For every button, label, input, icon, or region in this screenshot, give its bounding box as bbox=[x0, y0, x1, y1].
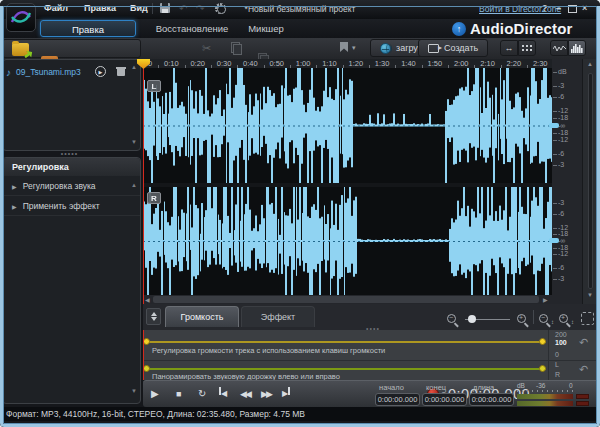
tab-effect[interactable]: Эффект bbox=[241, 306, 315, 327]
zoom-in-icon[interactable]: + bbox=[517, 314, 526, 323]
ruler-tick: 2:30 bbox=[533, 59, 548, 68]
db-scale-label: -3 bbox=[558, 82, 564, 89]
field-length[interactable]: 0:00:00.000 bbox=[469, 393, 514, 406]
fit-view-icon[interactable] bbox=[581, 312, 594, 325]
meter-ticks bbox=[517, 390, 573, 392]
save-icon[interactable] bbox=[160, 3, 170, 13]
volume-envelope-line[interactable] bbox=[146, 341, 546, 343]
vertical-zoom-in-icon[interactable]: +↕ bbox=[559, 314, 568, 323]
ruler-tick: 0:30 bbox=[217, 59, 232, 68]
toggle-waveform-view[interactable] bbox=[550, 40, 568, 56]
waveform-canvas[interactable] bbox=[143, 68, 552, 295]
zoom-slider-thumb[interactable] bbox=[468, 315, 476, 323]
scroll-up-icon[interactable]: ▲ bbox=[587, 61, 593, 67]
media-library-panel: ♪ 09_Tsunami.mp3 ▶ ▲ ▼ bbox=[2, 59, 141, 151]
vertical-scroll-track[interactable] bbox=[588, 73, 593, 289]
signin-directorzone-link[interactable]: Войти в DirectorZone bbox=[479, 4, 561, 14]
rewind-button[interactable]: ◀◀ bbox=[240, 387, 250, 401]
file-name: 09_Tsunami.mp3 bbox=[16, 67, 81, 77]
vertical-zoom-out-icon[interactable]: −↕ bbox=[539, 314, 548, 323]
volume-envelope-lane[interactable]: Регулировка громкости трека с использова… bbox=[143, 330, 600, 361]
ruler-tick: 2:20 bbox=[507, 59, 522, 68]
db-scale-label: dB bbox=[558, 68, 567, 75]
timeline-ruler[interactable]: 0:000:100:200:300:400:501:001:101:201:30… bbox=[143, 59, 582, 68]
brand-name: AudioDirector bbox=[470, 20, 573, 37]
level-meter: dB -36 0 bbox=[516, 382, 594, 407]
volume-handle-right-channel[interactable] bbox=[549, 238, 559, 243]
reset-envelope-icon[interactable]: ↶ bbox=[579, 364, 588, 374]
menu-edit[interactable]: Правка bbox=[84, 3, 116, 13]
marker-icon[interactable] bbox=[340, 42, 348, 52]
scale-label: R bbox=[555, 371, 560, 378]
collapse-panel-icon[interactable] bbox=[146, 308, 161, 325]
waveform-line-icon bbox=[553, 44, 566, 53]
pan-envelope-line[interactable] bbox=[146, 368, 546, 370]
ruler-tick: 1:00 bbox=[296, 59, 311, 68]
fast-forward-button[interactable]: ▶▶ bbox=[261, 387, 271, 401]
field-start[interactable]: 0:00:00.000 bbox=[375, 393, 420, 406]
copy-icon[interactable] bbox=[231, 42, 240, 53]
help-button[interactable]: ? bbox=[542, 3, 548, 13]
field-end[interactable]: 0:00:00.000 bbox=[422, 393, 467, 406]
playhead-line[interactable] bbox=[143, 68, 144, 304]
envelope-keyframe[interactable] bbox=[143, 365, 150, 372]
tab-volume[interactable]: Громкость bbox=[165, 306, 239, 327]
meter-min-label: -36 bbox=[536, 382, 545, 389]
skip-start-button[interactable]: ◀ bbox=[219, 387, 227, 401]
sidebar-item-apply-effect[interactable]: ▶Применить эффект bbox=[3, 196, 140, 216]
scroll-left-icon[interactable]: ◀ bbox=[145, 296, 150, 303]
envelope-keyframe[interactable] bbox=[143, 338, 150, 345]
remove-file-icon[interactable] bbox=[117, 67, 125, 76]
toggle-spectral-view[interactable] bbox=[568, 40, 586, 56]
db-scale-label: -∞ bbox=[558, 122, 565, 129]
clip-indicator-right bbox=[576, 401, 589, 406]
vertical-scrollbar[interactable]: ▲ ▼ bbox=[582, 59, 598, 304]
pan-envelope-lane[interactable]: Панорамировать звуковую дорожку влево ил… bbox=[143, 361, 600, 380]
menu-file[interactable]: Файл bbox=[44, 3, 68, 13]
tab-edit[interactable]: Правка bbox=[40, 20, 136, 37]
maximize-button[interactable] bbox=[568, 5, 577, 13]
play-button[interactable]: ▶ bbox=[151, 387, 159, 401]
stop-button[interactable]: ■ bbox=[176, 387, 181, 401]
scroll-right-icon[interactable]: ▶ bbox=[543, 296, 548, 303]
dots-grid-icon bbox=[521, 44, 533, 52]
close-button[interactable]: × bbox=[582, 3, 587, 13]
envelope-keyframe[interactable] bbox=[539, 365, 546, 372]
import-media-icon[interactable] bbox=[12, 43, 29, 56]
reset-envelope-icon[interactable]: ↶ bbox=[579, 337, 588, 347]
scroll-up-icon[interactable]: ▲ bbox=[131, 64, 137, 70]
mode-tab-bar: Правка Восстановление Микшер ↑ AudioDire… bbox=[0, 19, 600, 38]
scroll-down-icon[interactable]: ▼ bbox=[131, 139, 137, 145]
minimize-button[interactable]: – bbox=[556, 3, 561, 13]
scroll-down-icon[interactable]: ▼ bbox=[587, 292, 593, 298]
horizontal-scrollbar[interactable]: ◀ ▶ bbox=[143, 295, 582, 304]
zoom-out-icon[interactable]: − bbox=[447, 314, 456, 323]
menu-view[interactable]: Вид bbox=[130, 3, 148, 13]
list-item-audio-file[interactable]: ♪ 09_Tsunami.mp3 bbox=[6, 64, 126, 80]
preview-play-icon[interactable]: ▶ bbox=[95, 66, 106, 77]
envelope-keyframe[interactable] bbox=[539, 338, 546, 345]
spectrum-bars-icon bbox=[571, 43, 584, 53]
app-window: Файл Правка Вид ↶ ↷ *Новый безымянный пр… bbox=[0, 0, 600, 427]
tab-mixer[interactable]: Микшер bbox=[242, 20, 290, 37]
scale-label: L bbox=[555, 361, 559, 368]
panel-resize-handle[interactable]: ••••• bbox=[0, 150, 139, 157]
swirl-logo-icon bbox=[9, 8, 33, 28]
prev-glyph: ◀ bbox=[221, 389, 227, 398]
sidebar-item-adjust-volume[interactable]: ▶Регулировка звука bbox=[3, 176, 140, 196]
loop-button[interactable]: ↻ bbox=[198, 387, 206, 401]
scale-label-current: 100 bbox=[555, 339, 567, 346]
volume-handle-left-channel[interactable] bbox=[549, 123, 559, 128]
toggle-keyframe-grid[interactable] bbox=[518, 40, 536, 56]
produce-button[interactable]: Создать bbox=[418, 39, 488, 57]
horizontal-scroll-thumb[interactable] bbox=[153, 296, 539, 303]
marker-dropdown-icon[interactable]: ▾ bbox=[352, 42, 356, 54]
tab-restore[interactable]: Восстановление bbox=[146, 20, 238, 37]
ruler-tick: 0:50 bbox=[269, 59, 284, 68]
scroll-down-icon[interactable]: ▼ bbox=[131, 388, 137, 394]
cut-icon[interactable]: ✂ bbox=[202, 42, 211, 54]
toggle-keyframe-view[interactable]: ↔ bbox=[500, 40, 518, 56]
status-bar: Формат: MP3, 44100Hz, 16-bit, СТЕРЕО, Дл… bbox=[0, 407, 600, 421]
scroll-up-icon[interactable]: ▲ bbox=[131, 182, 137, 188]
skip-end-button[interactable]: ▶ bbox=[282, 387, 290, 401]
